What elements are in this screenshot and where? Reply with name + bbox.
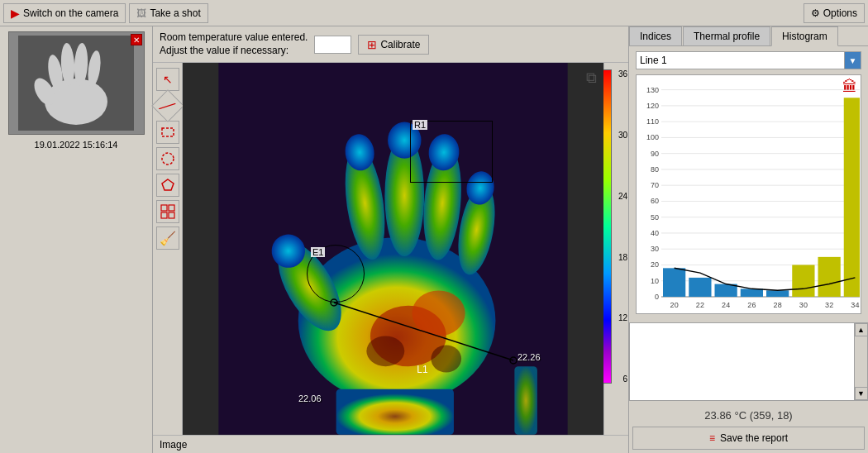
svg-rect-11 (169, 205, 174, 211)
camera-button[interactable]: ▶ Switch on the camera (3, 3, 126, 23)
select-arrow[interactable]: ▼ (845, 51, 861, 69)
r1-label: R1 (413, 120, 427, 130)
close-preview-button[interactable]: ✕ (131, 34, 142, 45)
room-temp-label: Room temperature value entered. Adjust t… (160, 31, 308, 57)
tab-indices[interactable]: Indices (629, 26, 682, 45)
right-panel: Indices Thermal profile Histogram Line 1… (628, 26, 868, 453)
shot-icon: 🖼 (136, 7, 146, 19)
histogram-chart: 🏛 (636, 74, 861, 314)
svg-point-30 (366, 336, 404, 367)
building-icon: 🏛 (842, 79, 857, 96)
colorbar: 36.0 30.0 24.0 18.0 12.0 6.5 (603, 63, 628, 435)
rect-tool-button[interactable] (156, 121, 179, 144)
svg-rect-29 (514, 366, 537, 435)
options-label: Options (823, 7, 857, 19)
options-button[interactable]: ⚙ Options (804, 3, 865, 23)
line-tool-button[interactable]: ╱ (151, 89, 184, 122)
scroll-up-arrow[interactable]: ▲ (855, 323, 868, 336)
line-select[interactable]: Line 1 (636, 51, 845, 69)
polygon-icon (160, 178, 175, 193)
tool-sidebar: ↖ ╱ � (153, 63, 183, 435)
line-selector: Line 1 ▼ (636, 51, 861, 69)
shot-button[interactable]: 🖼 Take a shot (129, 3, 207, 23)
options-icon: ⚙ (811, 7, 820, 19)
grid-icon (160, 204, 175, 219)
svg-rect-10 (161, 205, 167, 211)
histogram-area: Line 1 ▼ 🏛 (629, 46, 868, 319)
grid-tool-button[interactable] (156, 200, 179, 223)
preview-image: ✕ (8, 31, 145, 135)
svg-point-31 (431, 346, 461, 373)
image-label: Image (160, 439, 187, 451)
e1-overlay: E1 (307, 245, 365, 303)
svg-rect-7 (162, 128, 174, 136)
info-area: ▲ ▼ (629, 322, 868, 401)
tab-thermal-profile[interactable]: Thermal profile (683, 26, 770, 45)
save-icon: ≡ (709, 432, 715, 444)
calibrate-button[interactable]: ⊞ Calibrate (358, 35, 429, 55)
scroll-down-arrow[interactable]: ▼ (855, 387, 868, 400)
preview-hand-svg (18, 36, 134, 131)
controls-bar: Room temperature value entered. Adjust t… (153, 26, 628, 63)
svg-rect-13 (169, 212, 174, 218)
e1-label: E1 (311, 247, 325, 257)
copy-icon[interactable]: ⧉ (586, 69, 597, 87)
svg-point-8 (162, 153, 174, 165)
room-temp-input[interactable]: 24.4 (314, 36, 351, 54)
r1-overlay: R1 (410, 121, 493, 183)
histogram-canvas (637, 75, 860, 311)
polygon-tool-button[interactable] (156, 174, 179, 197)
svg-rect-12 (161, 212, 167, 218)
camera-icon: ▶ (11, 7, 20, 20)
shot-label: Take a shot (150, 7, 200, 19)
svg-point-17 (412, 291, 465, 336)
left-panel: ✕ 19.01.2022 15:16:14 (0, 26, 153, 453)
arrow-tool-button[interactable]: ↖ (156, 68, 179, 91)
temperature-display: 23.86 °C (359, 18) (629, 404, 868, 427)
save-report-button[interactable]: ≡ Save the report (632, 427, 865, 450)
camera-label: Switch on the camera (23, 7, 118, 19)
temp1-label: 22.26 (517, 352, 541, 362)
center-panel: Room temperature value entered. Adjust t… (153, 26, 628, 453)
thermal-hand-image (183, 63, 603, 435)
save-label: Save the report (720, 432, 788, 444)
tab-histogram[interactable]: Histogram (771, 26, 838, 46)
calibrate-label: Calibrate (380, 39, 420, 50)
image-area: ↖ ╱ � (153, 63, 628, 435)
vertical-scrollbar[interactable]: ▲ ▼ (854, 323, 867, 400)
svg-rect-28 (336, 389, 454, 435)
circle-icon (160, 151, 175, 166)
broom-tool-button[interactable]: 🧹 (156, 226, 179, 250)
calibrate-icon: ⊞ (367, 38, 377, 51)
right-tabs: Indices Thermal profile Histogram (629, 26, 868, 46)
timestamp: 19.01.2022 15:16:14 (35, 140, 118, 150)
temp2-label: 22.06 (298, 393, 322, 403)
svg-marker-9 (162, 179, 174, 190)
circle-tool-button[interactable] (156, 147, 179, 170)
thermal-image-container: R1 E1 L1 22.26 22.06 ⧉ (183, 63, 603, 435)
image-footer: Image (153, 435, 628, 453)
rect-icon (160, 126, 175, 138)
